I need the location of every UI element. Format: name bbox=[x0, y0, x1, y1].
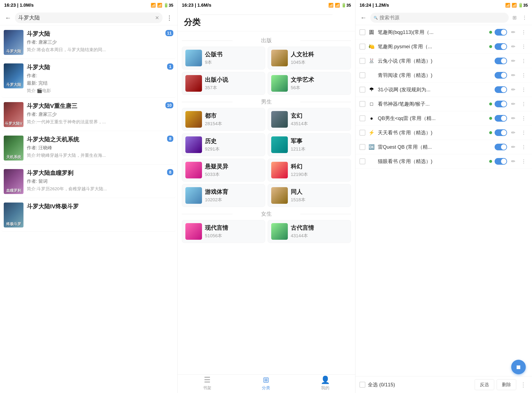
source-edit-8[interactable]: ✏ bbox=[510, 129, 517, 136]
source-item-10[interactable]: 猫眼看书 (常用（精选）) ✏ ⋮ bbox=[355, 154, 532, 169]
book-title-5: 斗罗大陆血瞳罗刹 bbox=[27, 169, 174, 177]
source-item-4[interactable]: 青羽阅读 (常用（精选）) ✏ ⋮ bbox=[355, 68, 532, 83]
source-item-9[interactable]: 🆗 雷Quest QB (常用（精... ✏ ⋮ bbox=[355, 140, 532, 154]
source-more-5[interactable]: ⋮ bbox=[520, 86, 528, 93]
categories-icon: ⊞ bbox=[263, 376, 269, 384]
source-toggle-2[interactable] bbox=[495, 43, 507, 50]
source-checkbox-4[interactable] bbox=[359, 72, 365, 78]
source-more-4[interactable]: ⋮ bbox=[520, 72, 528, 79]
cat-card-kehuan[interactable]: 科幻 12190本 bbox=[268, 159, 351, 182]
cat-img-gongban bbox=[185, 50, 202, 66]
source-name-7: QB男生<qq雷 (常用（精... bbox=[378, 115, 487, 122]
source-edit-9[interactable]: ✏ bbox=[510, 143, 517, 151]
source-edit-7[interactable]: ✏ bbox=[510, 115, 517, 122]
source-toggle-10[interactable] bbox=[495, 158, 507, 165]
sources-search-box[interactable]: 🔍 bbox=[370, 13, 509, 23]
source-checkbox-2[interactable] bbox=[359, 44, 365, 49]
source-checkbox-10[interactable] bbox=[359, 158, 365, 164]
sources-qr-button[interactable]: ⊞ bbox=[511, 14, 518, 21]
cat-info-lishi: 历史 9291本 bbox=[205, 137, 262, 152]
source-more-3[interactable]: ⋮ bbox=[520, 57, 528, 65]
source-item-6[interactable]: □ 看书神器/笔趣阁/猴子... ✏ ⋮ bbox=[355, 97, 532, 111]
back-button[interactable]: ← bbox=[3, 13, 13, 23]
book-cover-1: 斗罗大陆 bbox=[4, 30, 24, 55]
nav-shelf-label: 书架 bbox=[203, 385, 211, 391]
source-more-9[interactable]: ⋮ bbox=[520, 143, 528, 151]
source-item-5[interactable]: 🌩 31小说网 (发现规则为... ✏ ⋮ bbox=[355, 83, 532, 97]
sources-more-button[interactable]: ⋮ bbox=[520, 14, 529, 21]
source-item-3[interactable]: 🐰 云兔小说 (常用（精选）) ✏ ⋮ bbox=[355, 54, 532, 68]
source-edit-5[interactable]: ✏ bbox=[510, 86, 517, 93]
source-toggle-4[interactable] bbox=[495, 72, 507, 79]
source-item-2[interactable]: 🍋 笔趣阁.pysmei (常用（... ✏ ⋮ bbox=[355, 39, 532, 54]
nav-profile[interactable]: 👤 我的 bbox=[321, 376, 330, 391]
source-toggle-7[interactable] bbox=[495, 115, 507, 122]
source-item-7[interactable]: ● QB男生<qq雷 (常用（精... ✏ ⋮ bbox=[355, 111, 532, 126]
source-edit-4[interactable]: ✏ bbox=[510, 72, 517, 79]
source-item-1[interactable]: 圆 笔趣阁(bqg113)(常用（... ✏ ⋮ bbox=[355, 25, 532, 39]
sources-back-button[interactable]: ← bbox=[359, 12, 368, 23]
book-item-6[interactable]: 终极斗罗 斗罗大陆IV终极斗罗 bbox=[2, 199, 176, 231]
search-input[interactable] bbox=[18, 15, 153, 21]
book-item-2[interactable]: 斗罗大陆 斗罗大陆 作者: 最新: 完结 简介:🎬电影 1 bbox=[2, 60, 176, 98]
source-more-1[interactable]: ⋮ bbox=[520, 29, 528, 36]
source-more-8[interactable]: ⋮ bbox=[520, 129, 528, 136]
cat-card-xuanhuan[interactable]: 玄幻 43514本 bbox=[268, 108, 351, 131]
cat-card-lishi[interactable]: 历史 9291本 bbox=[182, 133, 265, 156]
source-more-6[interactable]: ⋮ bbox=[520, 100, 528, 108]
categories-panel: 16:23 | 1.6M/s 📶 📶 🔋35 分类 出版 公版书 9本 bbox=[178, 0, 355, 393]
select-all-checkbox[interactable] bbox=[359, 382, 365, 388]
source-checkbox-3[interactable] bbox=[359, 58, 365, 64]
cat-card-gongban[interactable]: 公版书 9本 bbox=[182, 47, 265, 69]
source-edit-3[interactable]: ✏ bbox=[510, 57, 517, 65]
source-toggle-8[interactable] bbox=[495, 129, 507, 136]
cat-card-youxitiyue[interactable]: 游戏体育 10202本 bbox=[182, 184, 265, 207]
cat-card-junshi[interactable]: 军事 1211本 bbox=[268, 133, 351, 156]
source-checkbox-6[interactable] bbox=[359, 101, 365, 107]
delete-button[interactable]: 删除 bbox=[497, 379, 516, 390]
nav-categories[interactable]: ⊞ 分类 bbox=[262, 376, 270, 391]
cat-card-gudaiyq[interactable]: 古代言情 43144本 bbox=[268, 220, 351, 243]
search-box[interactable]: ✕ bbox=[15, 12, 163, 23]
source-checkbox-9[interactable] bbox=[359, 144, 365, 150]
source-more-2[interactable]: ⋮ bbox=[520, 43, 528, 50]
sources-search-input[interactable] bbox=[379, 15, 505, 21]
cat-card-xiandaiyanqing[interactable]: 现代言情 51056本 bbox=[182, 220, 265, 243]
book-item-5[interactable]: 血瞳罗刹 斗罗大陆血瞳罗刹 作者: 留词 简介:斗罗历2620年，俞稚穿越斗罗大… bbox=[2, 165, 176, 198]
book-item-3[interactable]: 斗罗大陆V 斗罗大陆V重生唐三 作者: 唐家三少 简介:一代神王重生于神奇的法蓝… bbox=[2, 98, 176, 131]
cover-text-6: 终极斗罗 bbox=[5, 222, 23, 226]
source-edit-1[interactable]: ✏ bbox=[510, 29, 517, 36]
source-more-10[interactable]: ⋮ bbox=[520, 158, 528, 165]
cat-card-chubanshuoxiao[interactable]: 出版小说 357本 bbox=[182, 72, 265, 95]
book-item-1[interactable]: 斗罗大陆 斗罗大陆 作者: 唐家三少 简介:将会在本周日，斗罗大陆结束的同...… bbox=[2, 26, 176, 59]
source-toggle-5[interactable] bbox=[495, 86, 507, 93]
source-item-8[interactable]: ⚡ 天天看书 (常用（精选）) ✏ ⋮ bbox=[355, 126, 532, 140]
source-edit-2[interactable]: ✏ bbox=[510, 43, 517, 50]
cat-card-dushi[interactable]: 都市 28154本 bbox=[182, 108, 265, 131]
wifi-icon-2: 📶 bbox=[335, 3, 340, 8]
source-dot-6 bbox=[489, 103, 492, 105]
clear-search-button[interactable]: ✕ bbox=[155, 15, 159, 21]
source-checkbox-1[interactable] bbox=[359, 29, 365, 35]
book-item-4[interactable]: 天机系统 斗罗大陆之天机系统 作者: 汪晓峰 简介:叶晓峰穿越斗罗大陆，并重生在… bbox=[2, 132, 176, 164]
footer-more-button[interactable]: ⋮ bbox=[519, 381, 528, 389]
source-toggle-3[interactable] bbox=[495, 58, 507, 64]
source-checkbox-5[interactable] bbox=[359, 87, 365, 93]
source-more-7[interactable]: ⋮ bbox=[520, 115, 528, 122]
reverse-select-button[interactable]: 反选 bbox=[475, 379, 494, 390]
source-toggle-9[interactable] bbox=[495, 144, 507, 150]
source-toggle-6[interactable] bbox=[495, 101, 507, 107]
cat-card-renwensheke[interactable]: 人文社科 1045本 bbox=[268, 47, 351, 69]
source-edit-10[interactable]: ✏ bbox=[510, 158, 517, 165]
source-edit-6[interactable]: ✏ bbox=[510, 100, 517, 108]
nav-shelf[interactable]: ☰ 书架 bbox=[203, 376, 211, 391]
cat-card-xuanyilingyi[interactable]: 悬疑灵异 5033本 bbox=[182, 159, 265, 182]
search-more-button[interactable]: ⋮ bbox=[164, 12, 174, 23]
status-icons-2: 📶 📶 🔋35 bbox=[328, 3, 351, 8]
source-checkbox-7[interactable] bbox=[359, 115, 365, 121]
cat-img-kehuan bbox=[271, 162, 288, 178]
cat-card-tongren[interactable]: 同人 1518本 bbox=[268, 184, 351, 207]
source-checkbox-8[interactable] bbox=[359, 130, 365, 136]
source-toggle-1[interactable] bbox=[495, 29, 507, 35]
cat-card-wenxueyishu[interactable]: 文学艺术 56本 bbox=[268, 72, 351, 95]
